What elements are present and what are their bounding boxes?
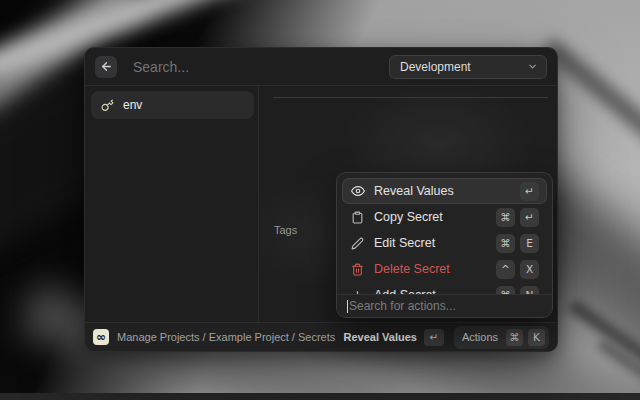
arrow-left-icon: [100, 60, 113, 73]
actions-menu-list: Reveal Values ↵ Copy Secret ⌘ ↵ Edit Sec…: [337, 173, 552, 313]
infinity-logo-icon: ∞: [93, 329, 109, 345]
chevron-down-icon: [527, 61, 538, 72]
window-header: Development: [85, 48, 557, 86]
actions-label: Actions: [462, 331, 498, 343]
menu-item-reveal-values[interactable]: Reveal Values ↵: [342, 178, 547, 204]
sidebar-item-env[interactable]: env: [91, 91, 254, 119]
environment-selector[interactable]: Development: [389, 55, 547, 79]
actions-search-input[interactable]: [337, 295, 552, 317]
menu-item-shortcut: ⌘ ↵: [496, 208, 539, 227]
reveal-values-shortcut[interactable]: Reveal Values ↵: [344, 329, 444, 346]
return-keycap: ↵: [424, 329, 444, 346]
text-caret: [347, 300, 348, 313]
actions-menu: Reveal Values ↵ Copy Secret ⌘ ↵ Edit Sec…: [336, 172, 553, 318]
command-keycap: ⌘: [496, 208, 515, 227]
menu-item-shortcut: ⌘ E: [496, 234, 539, 253]
e-keycap: E: [520, 234, 539, 253]
menu-item-label: Delete Secret: [374, 262, 450, 276]
menu-item-shortcut: ↵: [520, 182, 539, 201]
back-button[interactable]: [95, 56, 117, 78]
control-keycap: ^: [496, 260, 515, 279]
status-bar-actions: Reveal Values ↵ Actions ⌘ K: [344, 326, 549, 349]
return-keycap: ↵: [520, 208, 539, 227]
status-bar: ∞ Manage Projects / Example Project / Se…: [85, 322, 557, 351]
menu-item-edit-secret[interactable]: Edit Secret ⌘ E: [342, 230, 547, 256]
k-keycap: K: [528, 329, 545, 346]
search-input[interactable]: [133, 59, 389, 75]
command-keycap: ⌘: [496, 234, 515, 253]
sidebar-item-label: env: [123, 98, 142, 112]
breadcrumb: Manage Projects / Example Project / Secr…: [117, 331, 335, 343]
return-keycap: ↵: [520, 182, 539, 201]
tags-label: Tags: [274, 224, 297, 236]
environment-value: Development: [400, 60, 471, 74]
menu-item-delete-secret[interactable]: Delete Secret ^ X: [342, 256, 547, 282]
menu-item-label: Edit Secret: [374, 236, 435, 250]
pencil-icon: [350, 237, 365, 250]
content-divider: [273, 97, 548, 98]
menu-item-label: Copy Secret: [374, 210, 443, 224]
clipboard-icon: [350, 211, 365, 224]
menu-search: [337, 294, 552, 317]
eye-icon: [350, 184, 365, 198]
menu-item-copy-secret[interactable]: Copy Secret ⌘ ↵: [342, 204, 547, 230]
key-icon: [101, 99, 114, 112]
reveal-values-label: Reveal Values: [344, 331, 417, 343]
menu-item-label: Reveal Values: [374, 184, 454, 198]
trash-icon: [350, 263, 365, 276]
menu-item-shortcut: ^ X: [496, 260, 539, 279]
actions-button[interactable]: Actions ⌘ K: [454, 326, 549, 349]
command-keycap: ⌘: [506, 329, 523, 346]
background-bottom-strip: [0, 393, 640, 400]
sidebar: env: [85, 86, 259, 322]
x-keycap: X: [520, 260, 539, 279]
